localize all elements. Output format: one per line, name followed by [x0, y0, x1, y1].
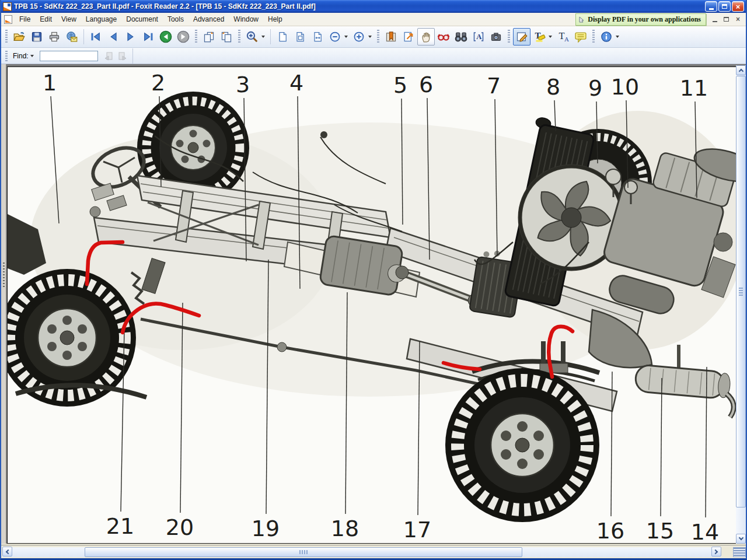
callout-number-21: 21: [106, 513, 134, 539]
print-button[interactable]: [46, 28, 63, 46]
scroll-left-button[interactable]: [2, 547, 12, 556]
annotation-tools-button[interactable]: [513, 28, 530, 46]
menu-item-document[interactable]: Document: [121, 13, 163, 25]
zoom-in-icon: [353, 31, 365, 43]
typewriter-button[interactable]: TA: [554, 28, 572, 46]
menu-item-file[interactable]: File: [15, 13, 35, 25]
find-input[interactable]: [40, 51, 98, 61]
hand-tool-button[interactable]: [417, 28, 435, 46]
go-back-button[interactable]: [157, 28, 174, 46]
insert-pages-button[interactable]: [200, 28, 218, 46]
zoom-tool-button[interactable]: [243, 28, 261, 46]
menu-item-edit[interactable]: Edit: [35, 13, 57, 25]
menu-item-tools[interactable]: Tools: [163, 13, 189, 25]
first-page-icon: [90, 31, 102, 43]
promo-label: Display PDF in your own applications: [588, 15, 701, 24]
foxit-reader-window: TPB 15 - SdKfz 222_223_Part II.pdf - Fox…: [0, 0, 747, 560]
zoom-tool-dropdown[interactable]: [261, 36, 265, 38]
pdf-page[interactable]: 12345678910112120191817161514: [7, 66, 736, 544]
toolbar-grip[interactable]: [508, 30, 510, 44]
callout-number-1: 1: [43, 70, 57, 96]
fit-width-button[interactable]: [309, 28, 326, 46]
menu-items: FileEditViewLanguageDocumentToolsAdvance…: [15, 13, 287, 25]
close-button[interactable]: ×: [732, 1, 744, 12]
insert-pages-icon: [203, 31, 215, 43]
find-previous-button[interactable]: [102, 50, 116, 62]
find-button[interactable]: [452, 28, 470, 46]
highlight-dropdown[interactable]: [549, 36, 552, 38]
vertical-scrollbar[interactable]: [736, 65, 746, 544]
menu-item-help[interactable]: Help: [263, 13, 287, 25]
scroll-up-button[interactable]: [736, 65, 746, 75]
foxit-app-icon: [3, 2, 12, 11]
about-button[interactable]: [598, 28, 615, 46]
svg-text:A: A: [564, 36, 569, 43]
vertical-scroll-thumb[interactable]: [736, 76, 746, 508]
forward-icon: [177, 30, 190, 43]
restore-icon: [722, 4, 727, 9]
highlight-button[interactable]: T: [530, 28, 548, 46]
find-next-button[interactable]: [116, 50, 130, 62]
navigation-panel-splitter[interactable]: [1, 64, 6, 544]
menu-item-advanced[interactable]: Advanced: [189, 13, 229, 25]
chevron-left-icon: [6, 549, 11, 554]
go-forward-button[interactable]: [174, 28, 192, 46]
actual-size-button[interactable]: [274, 28, 291, 46]
horizontal-scrollbar[interactable]: [2, 547, 721, 557]
note-bubble-icon: [574, 30, 587, 43]
printer-icon: [48, 31, 60, 43]
goto-view-button[interactable]: [400, 28, 417, 46]
snapshot-button[interactable]: [487, 28, 505, 46]
menu-item-language[interactable]: Language: [81, 13, 121, 25]
select-text-button[interactable]: A: [470, 28, 487, 46]
select-tool-button[interactable]: [435, 28, 452, 46]
minimize-button[interactable]: [705, 1, 717, 12]
chevron-right-icon: [713, 549, 718, 554]
toolbar-grip[interactable]: [592, 30, 595, 44]
last-page-button[interactable]: [139, 28, 157, 46]
previous-page-button[interactable]: [104, 28, 122, 46]
toolbar-grip[interactable]: [5, 30, 8, 44]
menu-bar: FileEditViewLanguageDocumentToolsAdvance…: [1, 13, 746, 26]
zoom-out-button[interactable]: [326, 28, 344, 46]
zoom-in-button[interactable]: [350, 28, 368, 46]
display-pdf-promo-button[interactable]: Display PDF in your own applications: [575, 13, 706, 26]
find-options-dropdown[interactable]: [30, 55, 34, 57]
resize-grip[interactable]: [733, 547, 746, 557]
zoom-out-dropdown[interactable]: [344, 36, 348, 38]
save-button[interactable]: [28, 28, 46, 46]
open-button[interactable]: [11, 28, 28, 46]
callout-number-11: 11: [680, 75, 708, 101]
menu-item-window[interactable]: Window: [229, 13, 263, 25]
next-page-button[interactable]: [122, 28, 139, 46]
scroll-right-button[interactable]: [711, 547, 721, 556]
menu-item-view[interactable]: View: [57, 13, 81, 25]
child-restore-icon: [724, 17, 729, 22]
document-area: 12345678910112120191817161514: [1, 64, 746, 544]
email-button[interactable]: [63, 28, 81, 46]
wheel-front-right: [445, 368, 599, 522]
callout-number-18: 18: [331, 516, 359, 541]
child-minimize-button[interactable]: [710, 15, 720, 24]
scroll-down-button[interactable]: [736, 534, 746, 544]
fit-page-button[interactable]: [291, 28, 309, 46]
chassis-illustration: 12345678910112120191817161514: [8, 67, 736, 543]
restore-button[interactable]: [718, 1, 731, 12]
callout-number-5: 5: [393, 72, 407, 98]
first-page-button[interactable]: [87, 28, 104, 46]
previous-page-icon: [107, 31, 119, 43]
actual-size-icon: [277, 31, 288, 43]
toolbar-grip[interactable]: [377, 30, 379, 44]
child-close-button[interactable]: ×: [733, 15, 743, 24]
note-button[interactable]: [572, 28, 589, 46]
zoom-in-dropdown[interactable]: [368, 36, 372, 38]
replace-pages-button[interactable]: [218, 28, 235, 46]
findbar-grip[interactable]: [5, 51, 8, 61]
toolbar-grip[interactable]: [238, 30, 240, 44]
horizontal-scroll-thumb[interactable]: [85, 547, 522, 557]
toolbar-grip[interactable]: [195, 30, 197, 44]
bookmarks-button[interactable]: [382, 28, 400, 46]
child-minimize-icon: [713, 21, 717, 22]
about-dropdown[interactable]: [616, 36, 619, 38]
child-restore-button[interactable]: [721, 15, 731, 24]
